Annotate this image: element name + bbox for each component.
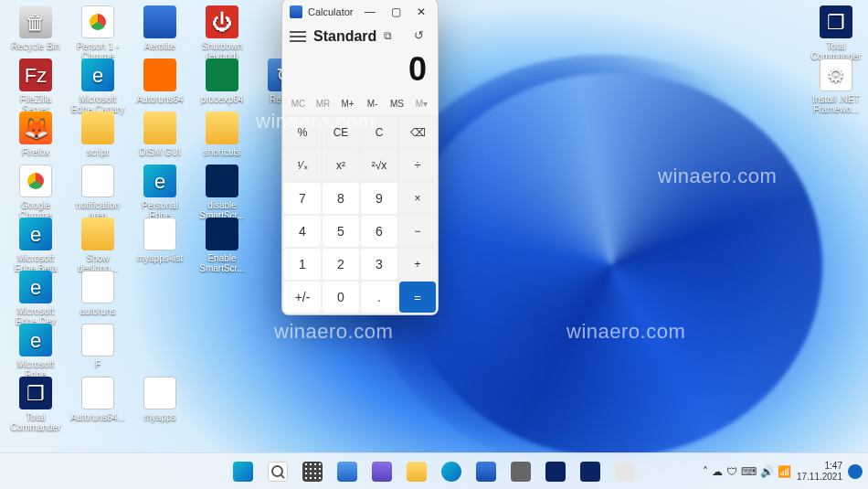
calc-key-1[interactable]: 1 <box>284 249 321 280</box>
taskbar-chat-button[interactable] <box>366 456 397 487</box>
close-button[interactable]: ✕ <box>408 0 434 25</box>
calc-key-x[interactable]: x² <box>323 150 359 181</box>
memory-button[interactable]: M+ <box>335 96 360 112</box>
desktop-icon[interactable]: disable SmartScr... <box>194 165 250 220</box>
desktop-icon[interactable]: ePersonal Edge <box>132 165 188 220</box>
desktop-icon[interactable]: notification area <box>69 165 126 220</box>
taskbar-taskview-button[interactable] <box>297 456 328 487</box>
calc-key-4[interactable]: 4 <box>284 216 321 247</box>
calc-key-[interactable]: + <box>399 249 436 280</box>
hamburger-menu-icon[interactable] <box>290 28 306 45</box>
calc-key-[interactable]: × <box>399 183 436 214</box>
desktop-icon-glyph: ❐ <box>820 5 852 38</box>
calc-key-8[interactable]: 8 <box>323 183 359 214</box>
desktop-icon[interactable]: ❐Total Commander <box>7 377 64 432</box>
calc-key-c[interactable]: C <box>361 117 397 148</box>
desktop-icon[interactable]: Autoruns64... <box>69 377 126 422</box>
desktop-icon[interactable]: eMicrosoft Edge <box>7 324 64 379</box>
calc-key-[interactable]: ⌫ <box>399 117 436 148</box>
memory-button[interactable]: M- <box>360 96 385 112</box>
cmd-icon <box>580 462 600 482</box>
desktop-icon-glyph <box>81 324 114 356</box>
memory-row: MCMRM+M-MSM▾ <box>282 96 438 115</box>
desktop-icon-glyph: e <box>81 58 114 91</box>
calc-key-7[interactable]: 7 <box>284 183 321 214</box>
calc-key-6[interactable]: 6 <box>361 216 397 247</box>
history-icon[interactable]: ↺ <box>414 28 430 45</box>
desktop-icon[interactable]: eMicrosoft Edge Canary <box>69 58 126 114</box>
desktop-icon[interactable]: 🦊Firefox <box>7 112 64 157</box>
store-icon <box>476 462 496 482</box>
desktop-icon[interactable]: ⏻Shutdown (Hybrid) <box>194 5 250 61</box>
desktop-icon[interactable]: procexp64 <box>194 58 250 104</box>
taskbar-cmd-button[interactable] <box>540 456 571 487</box>
tray-icon[interactable]: ☁ <box>712 465 723 478</box>
taskbar-calc-button[interactable] <box>609 456 640 487</box>
desktop-icon[interactable]: 🗑Recycle Bin <box>7 5 64 51</box>
desktop-icon[interactable]: ❐Total Commander <box>808 5 864 61</box>
desktop-icon-label: myapps-list <box>132 253 188 263</box>
taskbar-store-button[interactable] <box>471 456 502 487</box>
calc-key-[interactable]: ÷ <box>399 150 436 181</box>
desktop-icon[interactable]: Show desktop... <box>69 218 126 273</box>
desktop-icon[interactable]: script <box>69 112 126 157</box>
desktop-icon[interactable]: myapps <box>132 377 188 422</box>
keep-on-top-icon[interactable]: ⧉ <box>384 29 398 44</box>
calc-key-3[interactable]: 3 <box>361 249 397 280</box>
taskbar-clock[interactable]: 1:47 17.11.2021 <box>797 461 842 483</box>
calc-key-[interactable]: % <box>284 117 321 148</box>
desktop-icon[interactable]: DISM GUI <box>132 112 188 157</box>
desktop-icon[interactable]: Autoruns64 <box>132 58 188 104</box>
desktop-icon[interactable]: myapps-list <box>132 218 188 263</box>
desktop-icon[interactable]: eMicrosoft Edge Dev <box>7 271 64 326</box>
desktop-icon[interactable]: eMicrosoft Edge Beta <box>7 218 64 273</box>
calc-key-[interactable]: = <box>399 282 436 313</box>
calc-key-[interactable]: . <box>361 282 397 313</box>
desktop-icon[interactable]: shortcuts <box>194 112 250 157</box>
calc-key-9[interactable]: 9 <box>361 183 397 214</box>
desktop-icon[interactable]: F <box>69 324 126 369</box>
desktop-icon[interactable]: Aerolite <box>132 5 188 51</box>
desktop-icon[interactable]: ⚙Install .NET Framewo... <box>808 58 864 114</box>
tray-icon[interactable]: 🔊 <box>760 465 774 478</box>
taskbar-explorer-button[interactable] <box>401 456 432 487</box>
maximize-button[interactable]: ▢ <box>383 0 408 25</box>
tray-icon[interactable]: 📶 <box>778 465 791 478</box>
taskbar-search-button[interactable] <box>262 456 293 487</box>
tray-icon[interactable]: ⌨ <box>741 465 757 478</box>
desktop-icon[interactable]: FzFileZilla Server <box>7 58 64 114</box>
desktop-icon-label: Install .NET Framewo... <box>808 94 864 114</box>
calc-key-0[interactable]: 0 <box>323 282 359 313</box>
desktop-icon-glyph <box>206 58 238 91</box>
tray-icon[interactable]: ˄ <box>703 465 708 478</box>
desktop-icon[interactable]: Google Chrome <box>7 165 64 220</box>
search-icon <box>268 462 288 482</box>
desktop-icon-glyph: e <box>19 271 52 303</box>
calculator-titlebar[interactable]: Calculator — ▢ ✕ <box>282 0 438 25</box>
calc-key-[interactable]: +/- <box>284 282 321 313</box>
calc-key-[interactable]: − <box>399 216 436 247</box>
calc-key-5[interactable]: 5 <box>323 216 359 247</box>
memory-button[interactable]: MS <box>385 96 409 112</box>
taskbar-settings-button[interactable] <box>505 456 536 487</box>
settings-icon <box>511 462 531 482</box>
desktop-icon-glyph: 🗑 <box>19 5 52 38</box>
desktop-icon-label: DISM GUI <box>132 147 188 157</box>
taskbar-cmd-button[interactable] <box>575 456 606 487</box>
desktop-icon-glyph <box>143 112 176 144</box>
taskbar-widgets-button[interactable] <box>332 456 363 487</box>
taskbar-start-button[interactable] <box>228 456 259 487</box>
notification-center-icon[interactable] <box>848 464 863 479</box>
taskbar-edge-button[interactable] <box>436 456 467 487</box>
desktop-icon[interactable]: Enable SmartScr... <box>194 218 250 273</box>
desktop-icon[interactable]: Person 1 - Chrome <box>69 5 126 61</box>
minimize-button[interactable]: — <box>357 0 383 25</box>
desktop-icon[interactable]: autoruns <box>69 271 126 316</box>
calc-key-[interactable]: ¹⁄ₓ <box>284 150 321 181</box>
tray-icon[interactable]: 🛡 <box>726 465 737 478</box>
calc-key-2[interactable]: 2 <box>323 249 359 280</box>
desktop-icon-glyph <box>81 5 114 38</box>
calc-key-x[interactable]: ²√x <box>361 150 397 181</box>
desktop-icon-glyph <box>81 112 114 144</box>
calc-key-ce[interactable]: CE <box>323 117 359 148</box>
